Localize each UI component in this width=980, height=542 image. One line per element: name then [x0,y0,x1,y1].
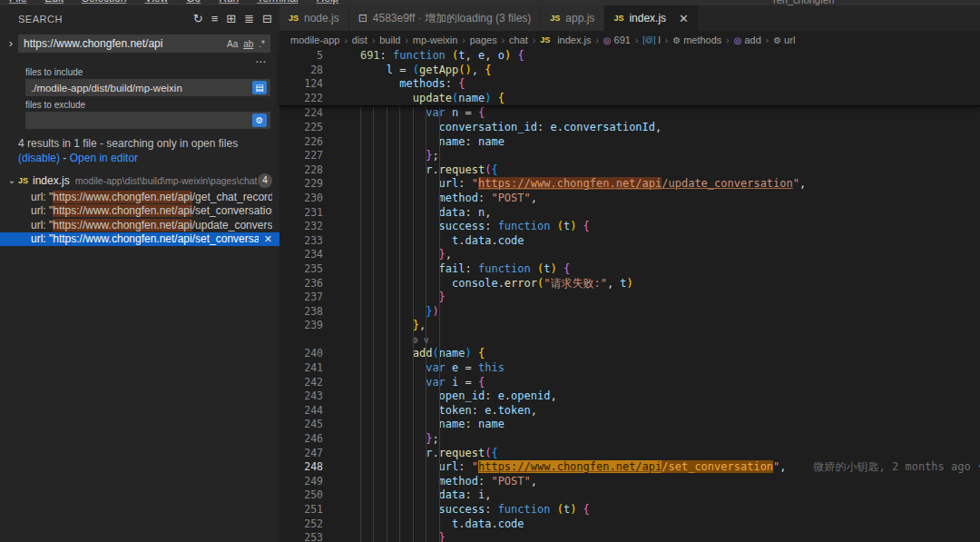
breadcrumb-item-url[interactable]: ⚙url [773,34,795,45]
match-case-toggle[interactable]: Aa [227,39,238,49]
menu-item-terminal[interactable]: Terminal [257,0,298,5]
toggle-replace-button[interactable]: › [4,34,18,50]
files-to-include-input[interactable]: ./modile-app/dist/build/mp-weixin ▤ [25,79,270,96]
breadcrumb-item-index.js[interactable]: JSindex.js [540,34,591,45]
code-line-227[interactable]: 227 }; [279,149,980,163]
menu-item-edit[interactable]: Edit [44,0,64,5]
code-line-226[interactable]: 226 name: name [279,135,980,150]
code-line-28[interactable]: 28 l = (getApp(), { [279,64,980,78]
regex-toggle[interactable]: .* [259,39,265,49]
code-line-239[interactable]: 239 }, [279,319,980,333]
inline-widget-row[interactable]: ⚙ ∨ [279,333,980,348]
line-number: 242 [279,376,323,390]
diff-file-icon: ⊡ [358,12,368,25]
code-line-242[interactable]: 242 var i = { [279,376,980,390]
code-line-234[interactable]: 234 }, [279,248,980,262]
breadcrumb-item-chat[interactable]: chat [509,34,528,45]
code-token: var [426,376,446,389]
code-line-233[interactable]: 233 t.data.code [279,234,980,249]
menu-item-go[interactable]: Go [186,0,201,5]
code-line-5[interactable]: 5 691: function (t, e, o) { [279,49,980,64]
code-line-237[interactable]: 237 } [279,291,980,305]
menu-item-file[interactable]: File [9,0,26,5]
code-line-225[interactable]: 225 conversation_id: e.conversationId, [279,121,980,135]
use-exclude-settings-icon[interactable]: ⚙ [252,113,267,127]
menu-bar[interactable]: FileEditSelectionViewGoRunTerminalHelp [9,0,338,5]
code-line-245[interactable]: 245 name: name [279,418,980,432]
code-lines[interactable]: 224 var n = {225 conversation_id: e.conv… [279,106,980,542]
clear-search-results-icon[interactable]: ≡ [211,12,219,26]
code-line-235[interactable]: 235 fail: function (t) { [279,262,980,277]
search-input[interactable]: https://www.chongfen.net/api Aaab.* [18,34,270,53]
line-content: } [334,291,446,305]
breadcrumb-item-modile-app[interactable]: modile-app [290,34,339,45]
breadcrumb-item-build[interactable]: build [379,34,400,45]
code-line-243[interactable]: 243 open_id: e.openid, [279,389,980,404]
dismiss-result-icon[interactable]: ✕ [264,233,272,245]
code-line-222[interactable]: 222 update(name) { [279,92,980,106]
code-line-232[interactable]: 232 success: function (t) { [279,220,980,234]
files-to-exclude-input[interactable]: ⚙ [25,112,270,129]
refresh-icon[interactable]: ↻ [193,12,203,26]
chevron-down-icon[interactable]: ⌄ [5,175,18,185]
breadcrumb-item-l[interactable]: [@]l [642,34,661,45]
code-editor[interactable]: 5 691: function (t, e, o) {28 l = (getAp… [279,49,980,542]
search-result-row-4[interactable]: url: "https://www.chongfen.net/api/set_c… [0,232,279,247]
breadcrumb-item-dist[interactable]: dist [352,34,368,45]
code-line-253[interactable]: 253 } [279,531,980,542]
indent-guide [426,106,426,542]
search-result-row-2[interactable]: url: "https://www.chongfen.net/api/set_c… [0,204,279,219]
code-token: getApp [419,64,458,76]
code-line-252[interactable]: 252 t.data.code [279,517,980,532]
code-line-238[interactable]: 238 }) [279,305,980,320]
code-line-241[interactable]: 241 var e = this [279,361,980,376]
breadcrumb-item-691[interactable]: ◎691 [603,34,631,45]
code-token [446,49,452,62]
code-line-230[interactable]: 230 method: "POST", [279,192,980,206]
code-line-231[interactable]: 231 data: n, [279,206,980,221]
search-query[interactable]: https://www.chongfen.net/api [24,37,227,50]
menu-item-help[interactable]: Help [317,0,339,5]
whole-word-toggle[interactable]: ab [243,39,253,49]
code-line-251[interactable]: 251 success: function (t) { [279,503,980,517]
code-line-249[interactable]: 249 method: "POST", [279,475,980,489]
code-line-247[interactable]: 247 r.request({ [279,447,980,461]
sticky-scroll[interactable]: 5 691: function (t, e, o) {28 l = (getAp… [279,49,980,106]
collapse-all-icon[interactable]: ⊟ [262,12,272,26]
search-result-row-1[interactable]: url: "https://www.chongfen.net/api/get_c… [0,190,279,204]
toggle-search-details-icon[interactable]: ⋯ [255,55,267,68]
line-content: }, [334,248,452,262]
code-token: e [550,121,556,133]
code-line-240[interactable]: 240 add(name) { [279,347,980,361]
result-file-group[interactable]: ⌄ JS index.js modile-app\dist\build\mp-w… [0,171,279,190]
menu-item-selection[interactable]: Selection [82,0,126,5]
code-line-124[interactable]: 124 methods: { [279,77,980,92]
code-line-228[interactable]: 228 r.request({ [279,163,980,178]
open-editors-only-icon[interactable]: ▤ [252,81,267,94]
tab-index-js[interactable]: JSindex.js✕ [604,5,699,31]
code-line-236[interactable]: 236 console.error("请求失败:", t) [279,277,980,291]
code-line-229[interactable]: 229 url: "https://www.chongfen.net/api/u… [279,177,980,192]
disable-open-files-link[interactable]: (disable) [18,152,60,164]
code-line-244[interactable]: 244 token: e.token, [279,404,980,419]
view-as-tree-icon[interactable]: ≣ [244,12,254,26]
menu-item-run[interactable]: Run [219,0,239,5]
code-line-250[interactable]: 250 data: i, [279,488,980,503]
code-token: , [531,475,537,488]
search-result-row-3[interactable]: url: "https://www.chongfen.net/api/updat… [0,218,279,232]
tab-node-js[interactable]: JSnode.js [279,5,349,31]
close-tab-icon[interactable]: ✕ [679,12,689,25]
open-new-search-editor-icon[interactable]: ⊞ [226,12,236,26]
code-line-246[interactable]: 246 }; [279,432,980,447]
breadcrumb-item-methods[interactable]: ⚙methods [672,34,721,45]
menu-item-view[interactable]: View [144,0,168,5]
open-in-editor-link[interactable]: Open in editor [70,152,138,164]
breadcrumb-item-add[interactable]: ◎add [734,34,761,45]
tab-app-js[interactable]: JSapp.js [541,5,604,31]
code-line-224[interactable]: 224 var n = { [279,106,980,121]
breadcrumb-item-pages[interactable]: pages [470,34,497,45]
breadcrumb-item-mp-weixin[interactable]: mp-weixin [413,34,458,45]
tab-4583e9ff-loading-3-files-[interactable]: ⊡4583e9ff · 增加的loading (3 files) [349,5,542,31]
code-line-248[interactable]: 248 url: "https://www.chongfen.net/api/s… [279,460,980,475]
code-token: : [466,488,478,501]
